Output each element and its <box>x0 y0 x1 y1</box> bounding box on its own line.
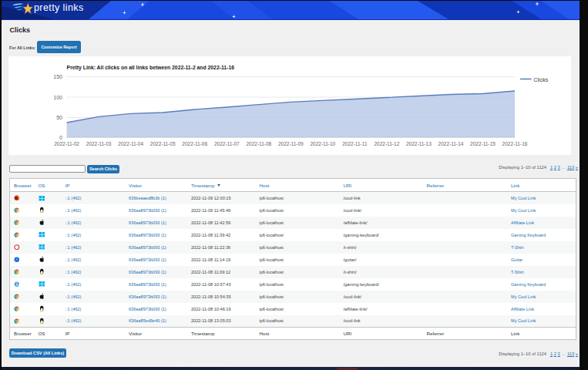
svg-text:2022-11-05: 2022-11-05 <box>150 141 176 146</box>
svg-text:2022-11-11: 2022-11-11 <box>342 141 368 146</box>
svg-text:Clicks: Clicks <box>534 77 549 82</box>
svg-text:50: 50 <box>56 115 62 120</box>
svg-text:0: 0 <box>59 135 62 140</box>
svg-text:2022-11-14: 2022-11-14 <box>438 141 464 146</box>
svg-text:2022-11-15: 2022-11-15 <box>470 141 496 146</box>
svg-text:2022-11-08: 2022-11-08 <box>246 141 271 146</box>
svg-text:2022-11-02: 2022-11-02 <box>54 141 79 146</box>
svg-text:150: 150 <box>53 74 62 79</box>
svg-text:2022-11-07: 2022-11-07 <box>214 141 240 146</box>
svg-text:2022-11-10: 2022-11-10 <box>310 141 335 146</box>
svg-text:2022-11-09: 2022-11-09 <box>278 141 304 146</box>
svg-text:2022-11-13: 2022-11-13 <box>406 141 432 146</box>
svg-text:2022-11-03: 2022-11-03 <box>86 141 112 146</box>
svg-text:Pretty Link: All clicks on all: Pretty Link: All clicks on all links bet… <box>67 65 235 71</box>
svg-text:2022-11-12: 2022-11-12 <box>375 141 400 146</box>
svg-text:2022-11-16: 2022-11-16 <box>502 141 528 146</box>
svg-text:2022-11-06: 2022-11-06 <box>182 141 207 146</box>
svg-text:2022-11-04: 2022-11-04 <box>118 141 143 146</box>
svg-text:100: 100 <box>53 95 62 100</box>
